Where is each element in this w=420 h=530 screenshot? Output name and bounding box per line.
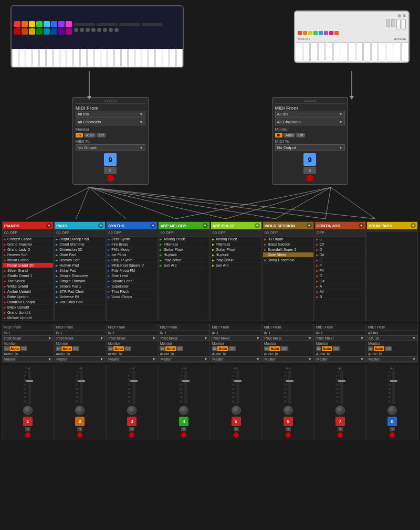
inst-item[interactable]: ▶ Heaven Soft — [55, 258, 105, 263]
instrument-column-wold: WOLD SESSION ▼ 00 OFF ▶ B3 Organ ▶ Brass… — [262, 221, 314, 321]
inst-item[interactable]: ▶ Amber Upright — [3, 289, 53, 294]
left-s-button[interactable]: S — [104, 167, 117, 174]
inst-item[interactable]: ▶ Simple Pad 1 — [55, 284, 105, 289]
inst-item[interactable]: ▶ Vocal Chops — [107, 294, 157, 300]
inst-item[interactable]: ▶ Bambino Upright — [3, 300, 53, 305]
inst-item[interactable]: ▶ G# — [315, 279, 365, 284]
mixer-channel-info-3: MIDI From IN 1 Post Mixer▼ Monitor In Au… — [106, 324, 158, 363]
inst-item[interactable]: ▶ A# — [315, 289, 365, 294]
inst-item[interactable]: ▶ Slow String — [263, 252, 313, 258]
inst-item[interactable]: ▶ FM's Moog — [107, 247, 157, 252]
inst-item[interactable]: ▶ Heaven Soft — [3, 252, 53, 258]
inst-item[interactable]: ▶ Grand Upright — [3, 310, 53, 315]
col-header-arp_pulse[interactable]: ARP PULSE ▼ — [211, 222, 261, 229]
right-monitor-in[interactable]: In — [275, 133, 282, 137]
inst-item[interactable]: ▶ The Seven — [3, 279, 53, 284]
inst-item[interactable]: ▶ A — [315, 284, 365, 289]
inst-item[interactable]: ▶ Italian Grand — [3, 258, 53, 263]
inst-item[interactable]: ▶ Guitar Pluck — [159, 247, 209, 252]
inst-item[interactable]: ▶ Filterless — [211, 242, 261, 247]
inst-item[interactable]: ▶ Mellow Upright — [3, 315, 53, 321]
mixer-channel-info-5: MIDI From IN 1 Post Mixer▼ Monitor In Au… — [211, 324, 262, 363]
inst-item[interactable]: ▶ Cloud Shimmer — [55, 242, 105, 247]
inst-item[interactable]: ▶ Shiny Pad — [55, 268, 105, 273]
inst-item[interactable]: ▶ Simple Discovery — [55, 273, 105, 279]
inst-item[interactable]: ▶ Brass Section — [263, 242, 313, 247]
inst-item[interactable]: ▶ Universe Bit — [55, 294, 105, 300]
channel-number-badge: 1 — [23, 417, 33, 426]
inst-item[interactable]: ▶ Grand Lady D — [3, 247, 53, 252]
inst-item[interactable]: ▶ Scandalli Super 6 — [263, 247, 313, 252]
inst-item[interactable]: ▶ Analog Pluck — [159, 237, 209, 242]
col-header-drum_pads[interactable]: DRUM PADS ▼ — [367, 222, 417, 229]
svg-line-13 — [226, 187, 331, 219]
inst-item[interactable]: ▶ STR Pad Choir — [55, 289, 105, 294]
inst-item[interactable]: ▶ B3 Organ — [263, 237, 313, 242]
inst-item[interactable]: ▶ B — [315, 294, 365, 300]
inst-item[interactable]: ▶ C — [315, 237, 365, 242]
inst-item[interactable]: ▶ Concert Grand — [3, 237, 53, 242]
channel-number-badge: 8 — [387, 417, 397, 426]
inst-item[interactable]: ▶ Analog Pluck — [211, 237, 261, 242]
inst-item[interactable]: ▶ D# — [315, 252, 365, 258]
inst-item[interactable]: ▶ F — [315, 263, 365, 268]
inst-item[interactable]: ▶ Fire Brass — [107, 242, 157, 247]
inst-item[interactable]: ▶ C# — [315, 242, 365, 247]
inst-item[interactable]: ▶ Square Lead — [107, 279, 157, 284]
instrument-column-pads: PADS ▼ 00 OFF ▶ Bright Sweep Pad ▶ Cloud… — [54, 221, 106, 321]
mixer-channel-info-2: MIDI From IN 1 Post Mixer▼ Monitor In Au… — [54, 324, 106, 363]
inst-item[interactable]: ▶ Thru Pluck — [107, 289, 157, 294]
col-header-wold[interactable]: WOLD SESSION ▼ — [263, 222, 313, 229]
inst-item[interactable]: ▶ Guitar Pluck — [211, 247, 261, 252]
left-monitor-in[interactable]: In — [76, 133, 83, 137]
col-header-synths[interactable]: SYNTHS ▼ — [107, 222, 157, 229]
inst-item[interactable]: ▶ D — [315, 247, 365, 252]
left-rec-button[interactable] — [107, 175, 114, 182]
inst-item[interactable]: ▶ Black Upright — [3, 305, 53, 310]
inst-item[interactable]: ▶ Vox Child Pad — [55, 300, 105, 305]
left-monitor-auto[interactable]: Auto — [84, 133, 96, 137]
left-no-output: No Output — [78, 145, 97, 150]
right-monitor-label: Monitor — [275, 127, 345, 132]
inst-item[interactable]: ▶ SuperSaw — [107, 284, 157, 289]
inst-item[interactable]: ▶ Royal Grand 3D — [3, 263, 53, 268]
inst-item[interactable]: ▶ G — [315, 273, 365, 279]
inst-item[interactable]: ▶ Hi-pluck — [211, 252, 261, 258]
right-monitor-off[interactable]: Off — [296, 133, 305, 137]
inst-item[interactable]: ▶ Silver Grand — [3, 268, 53, 273]
right-monitor-auto[interactable]: Auto — [284, 133, 295, 137]
svg-marker-3 — [350, 96, 354, 100]
inst-item[interactable]: ▶ Simple Formant — [55, 279, 105, 284]
inst-item[interactable]: ▶ Bright Sweep Pad — [55, 237, 105, 242]
inst-item[interactable]: ▶ Poly Moog FM — [107, 268, 157, 273]
inst-item[interactable]: ▶ Dimension 3D — [55, 247, 105, 252]
inst-item[interactable]: ▶ Sine Lead — [107, 273, 157, 279]
inst-item[interactable]: ▶ Grand Imperial — [3, 242, 53, 247]
col-header-arp_melody[interactable]: ARP MELODY ▼ — [159, 222, 209, 229]
inst-item[interactable]: ▶ Lingus Synth — [107, 258, 157, 263]
inst-item[interactable]: ▶ Poly Detun — [159, 258, 209, 263]
inst-item[interactable]: ▶ Glide Pad — [55, 252, 105, 258]
right-s-button[interactable]: S — [303, 167, 316, 174]
col-header-continuos[interactable]: CONTINUOS ▼ — [315, 222, 365, 229]
inst-item[interactable]: ▶ Sun Arp — [211, 263, 261, 268]
col-header-pianos[interactable]: PIANOS ▼ — [3, 222, 53, 229]
inst-item[interactable]: ▶ Hi-pluck — [159, 252, 209, 258]
inst-item[interactable]: ▶ String Ensemble — [263, 258, 313, 263]
right-rec-button[interactable] — [307, 175, 313, 182]
inst-item[interactable]: ▶ MKBereal Square V — [107, 263, 157, 268]
inst-item[interactable]: ▶ Ice Pluck — [107, 252, 157, 258]
inst-item[interactable]: ▶ F# — [315, 268, 365, 273]
inst-item[interactable]: ▶ Poly Detun — [211, 258, 261, 263]
inst-item[interactable]: ▶ White Grand — [3, 284, 53, 289]
left-monitor-off[interactable]: Off — [97, 133, 106, 137]
col-header-pads[interactable]: PADS ▼ — [55, 222, 105, 229]
inst-item[interactable]: ▶ Filterless — [159, 242, 209, 247]
inst-item[interactable]: ▶ Baby Upright — [3, 294, 53, 300]
fader-channel-8: -Inf - 6- 12- 18- 24- 30- 36- 48- 60 8 S — [366, 365, 418, 440]
inst-item[interactable]: ▶ Sun Arp — [159, 263, 209, 268]
inst-item[interactable]: ▶ Studio Grand 1 — [3, 273, 53, 279]
inst-item[interactable]: ▶ Bells Synth — [107, 237, 157, 242]
inst-item[interactable]: ▶ E — [315, 258, 365, 263]
inst-item[interactable]: ▶ Human Pad — [55, 263, 105, 268]
